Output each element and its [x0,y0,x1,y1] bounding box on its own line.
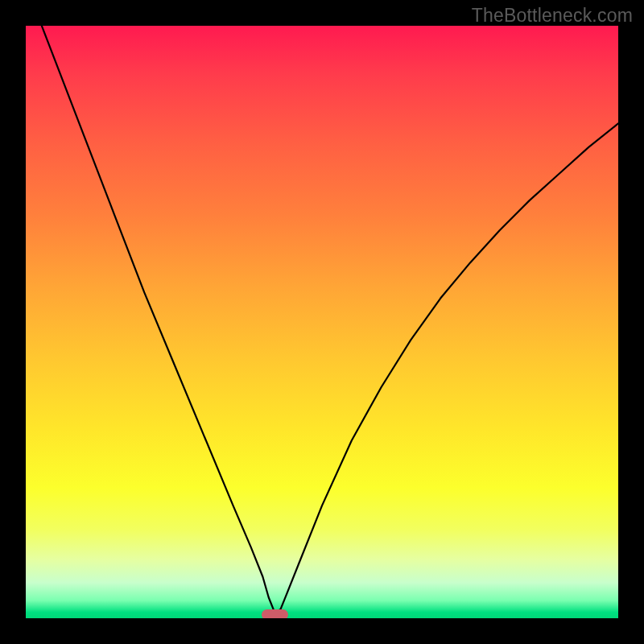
minimum-marker [262,609,288,618]
bottleneck-curve [26,26,618,618]
watermark-text: TheBottleneck.com [472,5,633,27]
chart-frame: TheBottleneck.com [0,0,644,644]
plot-area [26,26,618,618]
